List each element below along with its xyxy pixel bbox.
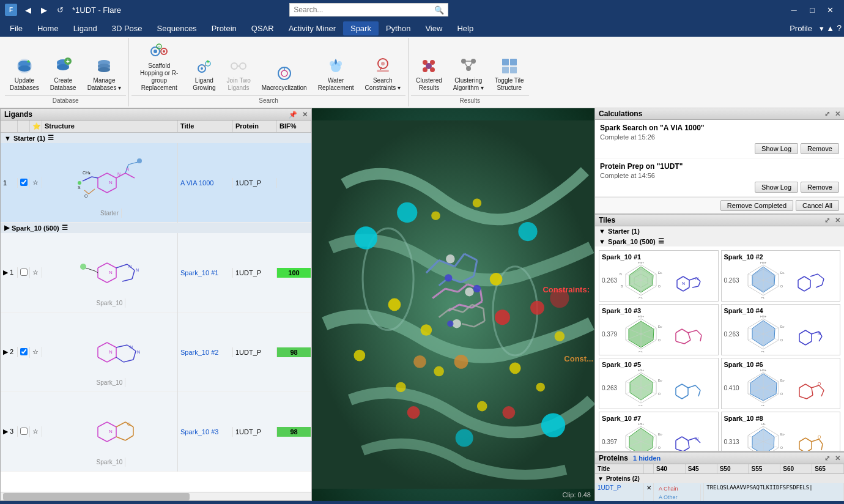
- clustered-results-button[interactable]: ClusteredResults: [411, 54, 447, 94]
- menu-item-protein[interactable]: Protein: [204, 21, 244, 35]
- profile-dropdown-button[interactable]: ▾: [820, 24, 824, 33]
- tile-3: Spark_10 #3 0.379 Fm+ Es+ O Cf+: [599, 304, 719, 355]
- manage-databases-button[interactable]: ManageDatabases ▾: [83, 54, 127, 94]
- remove-completed-button[interactable]: Remove Completed: [720, 200, 793, 211]
- menu-item-view[interactable]: View: [418, 21, 450, 35]
- ribbon-group-search: Q Scaffold Hopping or R-group Replacemen…: [129, 38, 409, 106]
- remove-button-1[interactable]: Remove: [801, 143, 839, 154]
- maximize-button[interactable]: □: [804, 3, 821, 17]
- help-button[interactable]: ?: [837, 23, 842, 33]
- macrocyclization-button[interactable]: Macrocyclization: [257, 61, 312, 94]
- ligand-star-s3[interactable]: ☆: [30, 426, 42, 437]
- remove-button-2[interactable]: Remove: [801, 182, 839, 193]
- svg-text:O: O: [780, 392, 783, 396]
- scaffold-hopping-button[interactable]: Q Scaffold Hopping or R-group Replacemen…: [131, 39, 187, 94]
- clustering-algorithm-button[interactable]: ClusteringAlgorithm ▾: [448, 54, 489, 94]
- pin-icon[interactable]: 📌: [289, 111, 297, 119]
- tile-7-title: Spark_10 #7: [602, 415, 716, 422]
- show-log-button-1[interactable]: Show Log: [755, 143, 798, 154]
- toggle-tile-structure-button[interactable]: Toggle TileStructure: [490, 54, 529, 94]
- ligand-star-1[interactable]: ☆: [30, 177, 42, 188]
- svg-point-71: [137, 158, 142, 163]
- menu-item-help[interactable]: Help: [450, 21, 481, 35]
- svg-line-76: [98, 263, 107, 268]
- proteins-hidden-count[interactable]: 1 hidden: [633, 454, 661, 462]
- menu-item-spark[interactable]: Spark: [343, 21, 379, 35]
- ligand-star-s1[interactable]: ☆: [30, 267, 42, 278]
- create-database-button[interactable]: + CreateDatabase: [45, 54, 81, 94]
- close-proteins-button[interactable]: ✕: [835, 454, 840, 462]
- svg-text:Es+: Es+: [658, 271, 662, 275]
- close-button[interactable]: ✕: [822, 3, 839, 17]
- menu-item-qsar[interactable]: QSAR: [244, 21, 281, 35]
- starter-group-toggle[interactable]: ▼: [4, 135, 11, 142]
- update-databases-button[interactable]: UpdateDatabases: [5, 54, 44, 94]
- ribbon-group-database: UpdateDatabases + CreateDatabase ManageD…: [2, 38, 129, 106]
- svg-point-45: [471, 59, 476, 64]
- ligands-panel-title: Ligands: [4, 110, 32, 119]
- search-constraints-button[interactable]: SearchConstraints ▾: [360, 54, 405, 94]
- svg-line-216: [810, 274, 818, 276]
- title-search-input[interactable]: [294, 6, 434, 14]
- tiles-spark-toggle[interactable]: ▼: [599, 238, 605, 245]
- svg-point-155: [434, 366, 444, 377]
- ligand-check-1[interactable]: [18, 177, 30, 188]
- nav-refresh-button[interactable]: ↺: [53, 4, 67, 16]
- ligand-growing-button[interactable]: LigandGrowing: [188, 54, 220, 94]
- status-bar: Queued: 0 | Running: 0 | L: 1 | P: 1 | A…: [0, 501, 844, 504]
- nav-back-button[interactable]: ◀: [21, 4, 35, 16]
- ligand-idx-s1: ▶ 1: [1, 267, 18, 278]
- svg-line-329: [821, 444, 823, 450]
- starter-group-icon: ☰: [48, 134, 54, 142]
- menu-item-sequences[interactable]: Sequences: [150, 21, 204, 35]
- db-create-icon: +: [53, 56, 73, 76]
- clustered-results-label: ClusteredResults: [416, 77, 442, 92]
- calc-entry-1-title: Spark Search on "A VIA 1000": [600, 124, 839, 132]
- svg-line-309: [688, 438, 695, 440]
- menu-item-ligand[interactable]: Ligand: [66, 21, 105, 35]
- nav-forward-button[interactable]: ▶: [37, 4, 51, 16]
- ligand-structure-s2: N N N Spark_10: [42, 313, 178, 392]
- expand-calc-button[interactable]: ⤢: [824, 110, 830, 118]
- tile-6-radar: 0.410 Fm+ Es+ O Cf+: [724, 369, 838, 406]
- profile-button[interactable]: Profile: [785, 21, 817, 35]
- cancel-all-button[interactable]: Cancel All: [796, 200, 839, 211]
- minimize-button[interactable]: ─: [785, 3, 802, 17]
- tile-4-title: Spark_10 #4: [724, 307, 838, 314]
- close-ligands-button[interactable]: ✕: [302, 111, 308, 119]
- expand-tiles-button[interactable]: ⤢: [824, 217, 830, 224]
- join-two-ligands-button[interactable]: Join TwoLigands: [221, 54, 255, 94]
- expand-proteins-button[interactable]: ⤢: [824, 454, 830, 462]
- svg-line-100: [133, 351, 136, 360]
- molecule-svg-spark1: N N N: [61, 237, 159, 298]
- show-log-button-2[interactable]: Show Log: [755, 182, 798, 193]
- tile-4-value: 0.263: [724, 331, 739, 338]
- water-replacement-button[interactable]: WaterReplacement: [313, 54, 359, 94]
- radar-svg-2: Fm+ Es+ O Cf+: [742, 262, 785, 298]
- svg-line-273: [695, 385, 700, 390]
- ligand-check-s2[interactable]: [18, 347, 30, 358]
- close-tiles-button[interactable]: ✕: [835, 217, 840, 224]
- menu-item-python[interactable]: Python: [379, 21, 418, 35]
- tile-2-radar: 0.263 Fm+ Es+ O Cf+: [724, 262, 838, 298]
- svg-point-164: [407, 406, 420, 419]
- ligand-check-s3[interactable]: [18, 426, 30, 437]
- svg-line-217: [818, 274, 824, 279]
- proteins-group-toggle[interactable]: ▼: [598, 475, 604, 482]
- svg-point-167: [413, 355, 426, 368]
- spark-group-toggle[interactable]: ▶: [4, 224, 9, 232]
- col-header-star: ⭐: [30, 120, 42, 132]
- ligand-check-s1[interactable]: [18, 267, 30, 278]
- ligand-star-s2[interactable]: ☆: [30, 347, 42, 357]
- menu-item-3dpose[interactable]: 3D Pose: [105, 21, 150, 35]
- tile-3-value: 0.379: [602, 331, 617, 338]
- svg-line-272: [688, 385, 695, 388]
- ligands-hscroll[interactable]: [1, 492, 311, 500]
- close-calc-button[interactable]: ✕: [835, 110, 840, 118]
- tiles-starter-toggle[interactable]: ▼: [599, 228, 605, 235]
- menu-item-activity-miner[interactable]: Activity Miner: [281, 21, 343, 35]
- menu-item-home[interactable]: Home: [30, 21, 66, 35]
- menu-item-file[interactable]: File: [2, 21, 30, 35]
- ribbon-collapse-button[interactable]: ▲: [826, 24, 834, 33]
- svg-text:Es+: Es+: [780, 432, 785, 436]
